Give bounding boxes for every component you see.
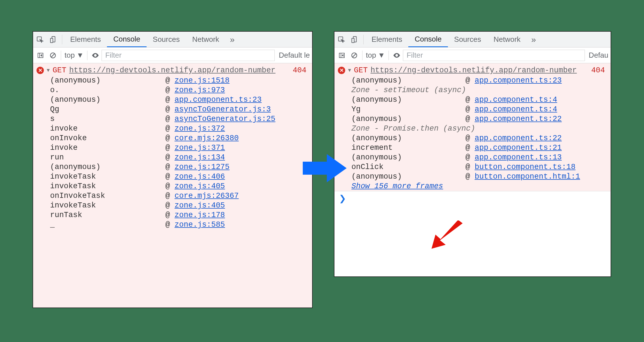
tab-console[interactable]: Console (408, 32, 448, 47)
source-link[interactable]: app.component.ts:21 (475, 144, 562, 152)
live-expression-icon[interactable] (89, 49, 102, 62)
source-link[interactable]: zone.js:585 (175, 220, 225, 229)
source-link[interactable]: core.mjs:26367 (175, 192, 239, 200)
source-link[interactable]: zone.js:1518 (175, 76, 229, 85)
expand-triangle-icon[interactable]: ▼ (47, 68, 50, 73)
source-link[interactable]: core.mjs:26380 (175, 134, 239, 142)
divider (61, 51, 61, 60)
source-link[interactable]: app.component.ts:22 (475, 115, 562, 123)
error-summary[interactable]: ✕ ▼ GET https://ng-devtools.netlify.app/… (334, 65, 611, 76)
source-link[interactable]: app.component.ts:4 (475, 96, 557, 104)
stack-function: invokeTask (50, 172, 165, 181)
filter-input[interactable] (403, 50, 585, 61)
tab-elements[interactable]: Elements (64, 32, 107, 47)
stack-source: @ app.component.ts:22 (465, 115, 562, 123)
stack-trace: (anonymous)@ app.component.ts:23Zone - s… (334, 76, 611, 181)
context-selector[interactable]: top ▼ (63, 51, 85, 60)
log-level-selector[interactable]: Default le (275, 51, 311, 60)
stack-frame: runTask@ zone.js:178 (33, 210, 312, 220)
sidebar-toggle-icon[interactable] (34, 49, 47, 62)
tab-sources[interactable]: Sources (147, 32, 186, 47)
source-link[interactable]: app.component.ts:23 (475, 76, 562, 85)
stack-function: s (50, 115, 165, 123)
live-expression-icon[interactable] (390, 49, 403, 62)
stack-function: (anonymous) (50, 96, 165, 104)
stack-source: @ button.component.ts:18 (465, 163, 576, 171)
clear-console-icon[interactable] (47, 49, 59, 62)
device-toggle-icon[interactable] (47, 33, 60, 46)
stack-source: @ zone.js:585 (165, 220, 225, 229)
stack-frame: Yg@ app.component.ts:4 (334, 105, 611, 114)
tabbar: Elements Console Sources Network » (33, 32, 312, 47)
stack-function: onClick (351, 163, 465, 171)
context-selector[interactable]: top ▼ (364, 51, 387, 60)
stack-function: (anonymous) (351, 172, 465, 181)
stack-source: @ zone.js:406 (165, 172, 225, 181)
source-link[interactable]: app.component.ts:4 (475, 105, 557, 114)
source-link[interactable]: zone.js:405 (175, 182, 225, 191)
more-tabs-icon[interactable]: » (226, 35, 239, 44)
stack-function: invoke (50, 124, 165, 133)
stack-frame: invoke@ zone.js:371 (33, 143, 312, 153)
chevron-down-icon: ▼ (76, 51, 84, 60)
stack-function: onInvokeTask (50, 192, 165, 200)
request-url[interactable]: https://ng-devtools.netlify.app/random-n… (69, 66, 275, 75)
context-label: top (366, 51, 376, 60)
stack-source: @ core.mjs:26380 (165, 134, 239, 142)
source-link[interactable]: zone.js:973 (175, 86, 225, 94)
stack-frame: (anonymous)@ zone.js:1275 (33, 162, 312, 172)
source-link[interactable]: asyncToGenerator.js:3 (175, 105, 271, 114)
stack-source: @ zone.js:372 (165, 124, 225, 133)
source-link[interactable]: zone.js:406 (175, 172, 225, 181)
log-level-selector[interactable]: Defau (585, 51, 609, 60)
stack-trace: (anonymous)@ zone.js:1518o.@ zone.js:973… (33, 76, 312, 230)
stack-frame: onInvoke@ core.mjs:26380 (33, 133, 312, 143)
source-link[interactable]: zone.js:178 (175, 211, 225, 219)
stack-function: onInvoke (50, 134, 165, 142)
more-tabs-icon[interactable]: » (527, 35, 541, 44)
stack-source: @ zone.js:1518 (165, 76, 229, 85)
request-url[interactable]: https://ng-devtools.netlify.app/random-n… (370, 66, 577, 75)
divider (62, 35, 62, 44)
source-link[interactable]: app.component.ts:23 (175, 96, 262, 104)
stack-function: invoke (50, 144, 165, 152)
inspect-icon[interactable] (33, 33, 47, 46)
devtools-panel-right: Elements Console Sources Network » top ▼… (334, 31, 611, 277)
source-link[interactable]: button.component.ts:18 (475, 163, 575, 171)
stack-function: (anonymous) (50, 76, 165, 85)
tab-elements[interactable]: Elements (365, 32, 408, 47)
stack-frame: (anonymous)@ app.component.ts:23 (33, 95, 312, 105)
filter-input[interactable] (102, 50, 275, 61)
stack-source: @ zone.js:973 (165, 86, 225, 94)
tab-network[interactable]: Network (186, 32, 225, 47)
source-link[interactable]: asyncToGenerator.js:25 (175, 115, 275, 123)
console-filterbar: top ▼ Defau (334, 47, 611, 63)
tab-sources[interactable]: Sources (448, 32, 487, 47)
tab-network[interactable]: Network (487, 32, 527, 47)
divider (363, 35, 364, 44)
source-link[interactable]: zone.js:405 (175, 201, 225, 210)
show-more-frames-link[interactable]: Show 156 more frames (334, 181, 611, 191)
source-link[interactable]: app.component.ts:22 (475, 134, 562, 142)
error-icon: ✕ (338, 67, 345, 74)
error-summary[interactable]: ✕ ▼ GET https://ng-devtools.netlify.app/… (33, 65, 312, 76)
tab-console[interactable]: Console (107, 32, 146, 47)
svg-point-5 (95, 55, 96, 56)
source-link[interactable]: zone.js:134 (175, 153, 225, 162)
stack-function: (anonymous) (351, 153, 465, 162)
source-link[interactable]: zone.js:1275 (175, 163, 229, 171)
sidebar-toggle-icon[interactable] (336, 49, 348, 62)
source-link[interactable]: zone.js:371 (175, 144, 225, 152)
expand-triangle-icon[interactable]: ▼ (348, 68, 351, 73)
stack-source: @ zone.js:405 (165, 201, 225, 210)
clear-console-icon[interactable] (348, 49, 360, 62)
device-toggle-icon[interactable] (348, 33, 362, 46)
source-link[interactable]: zone.js:372 (175, 124, 225, 133)
console-prompt[interactable]: ❯ (334, 191, 611, 205)
source-link[interactable]: app.component.ts:13 (475, 153, 562, 162)
chevron-down-icon: ▼ (378, 51, 385, 60)
inspect-icon[interactable] (334, 33, 348, 46)
source-link[interactable]: button.component.html:1 (475, 172, 580, 181)
stack-source: @ app.component.ts:4 (465, 96, 557, 104)
stack-source: @ button.component.html:1 (465, 172, 580, 181)
